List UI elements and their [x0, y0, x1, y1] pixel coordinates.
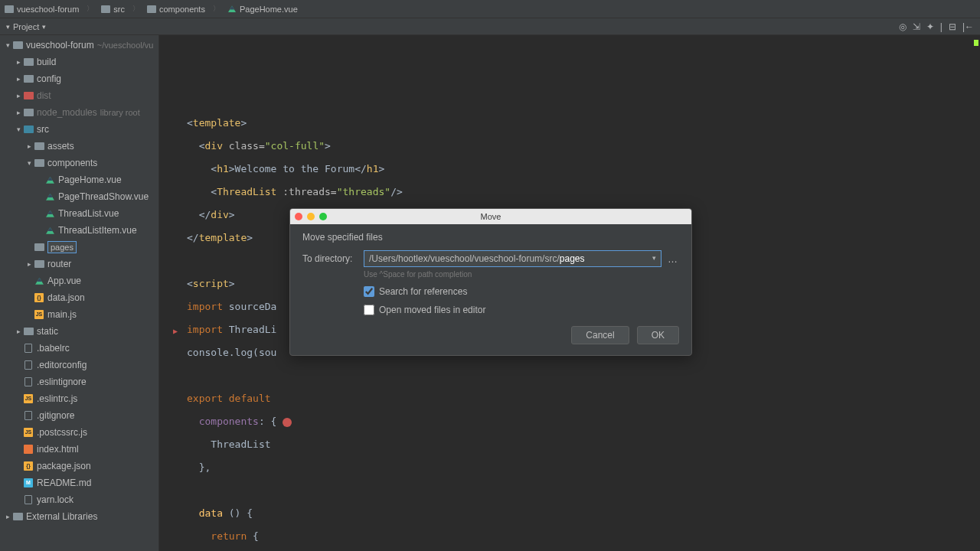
tree-item[interactable]: ▸assets [0, 138, 158, 155]
chevron-right-icon: 〉 [87, 4, 93, 14]
tree-arrow-icon[interactable]: ▾ [14, 126, 23, 133]
tree-item[interactable]: ▸router [0, 256, 158, 272]
tree-arrow-icon[interactable]: ▾ [24, 159, 34, 167]
checkbox-input[interactable] [364, 305, 374, 315]
tree-item[interactable]: ▸.babelrc [0, 340, 158, 357]
tree-arrow-icon[interactable]: ▸ [3, 513, 12, 520]
to-directory-label: To directory: [302, 253, 356, 264]
error-icon[interactable] [283, 418, 292, 427]
tree-item[interactable]: ▸PageThreadShow.vue [0, 188, 158, 205]
tree-item-label: src [37, 124, 49, 135]
tree-arrow-icon[interactable]: ▸ [14, 58, 23, 66]
tree-item[interactable]: ▸ThreadList.vue [0, 205, 158, 222]
tree-item[interactable]: ▸node_moduleslibrary root [0, 104, 158, 121]
to-directory-input[interactable]: /Users/hootlex/vueschool/vueschool-forum… [364, 250, 662, 267]
checkbox-input[interactable] [364, 286, 374, 297]
tree-arrow-icon[interactable]: ▸ [24, 260, 34, 268]
code-line[interactable]: ThreadList [187, 433, 980, 456]
tree-item-label: dist [37, 90, 51, 101]
breadcrumb-item[interactable]: src [101, 5, 125, 14]
tree-item-label: ThreadList.vue [58, 208, 119, 219]
code-line[interactable]: data () { [187, 502, 980, 525]
error-stripe-indicator [974, 40, 978, 46]
chevron-down-icon[interactable]: ▾ [6, 23, 10, 31]
tree-arrow-icon[interactable]: ▸ [24, 142, 34, 150]
dialog-titlebar[interactable]: Move [290, 209, 691, 224]
folder-icon [23, 326, 34, 337]
tree-item[interactable]: ▸build [0, 54, 158, 70]
tree-item-label: vueschool-forum [26, 40, 94, 51]
collapse-icon[interactable]: ⇲ [913, 21, 920, 32]
tree-item[interactable]: ▸JSmain.js [0, 306, 158, 323]
tree-item-label: pages [47, 242, 77, 253]
chevron-down-icon[interactable]: ▾ [652, 254, 656, 262]
tree-item[interactable]: ▸App.vue [0, 272, 158, 289]
code-line[interactable]: <template> [187, 112, 980, 135]
tree-arrow-icon[interactable]: ▾ [3, 41, 12, 49]
tree-item[interactable]: ▸yarn.lock [0, 491, 158, 508]
tree-item[interactable]: ▸dist [0, 87, 158, 104]
chevron-right-icon: 〉 [132, 4, 139, 14]
code-line[interactable]: components: { [187, 410, 980, 433]
code-line[interactable] [187, 479, 980, 502]
breadcrumb-item[interactable]: PageHome.vue [227, 5, 298, 14]
hide-icon[interactable]: ⊟ [949, 21, 956, 32]
target-icon[interactable]: ◎ [899, 21, 906, 32]
tree-arrow-icon[interactable]: ▸ [14, 92, 23, 99]
file-icon [23, 377, 34, 387]
json-icon: {} [23, 461, 34, 471]
tree-item[interactable]: ▸.eslintignore [0, 373, 158, 390]
breadcrumb-item[interactable]: components [147, 5, 205, 14]
tree-item[interactable]: ▸ThreadListItem.vue [0, 222, 158, 239]
code-line[interactable]: threads: Object.values(sourceData.thread… [187, 548, 980, 551]
chevron-down-icon[interactable]: ▾ [42, 23, 46, 31]
folder-icon [23, 73, 34, 84]
tree-item[interactable]: ▸JS.postcssrc.js [0, 424, 158, 441]
code-line[interactable] [187, 364, 980, 387]
tree-item[interactable]: ▸{}package.json [0, 458, 158, 474]
tree-item[interactable]: ▸{}data.json [0, 289, 158, 306]
tree-item[interactable]: ▸static [0, 323, 158, 340]
tree-item[interactable]: ▸.editorconfig [0, 357, 158, 373]
code-line[interactable]: <div class="col-full"> [187, 135, 980, 158]
tree-arrow-icon[interactable]: ▸ [14, 75, 23, 83]
folder-icon [34, 158, 44, 168]
code-line[interactable]: export default [187, 387, 980, 410]
tree-item[interactable]: ▸JS.eslintrc.js [0, 390, 158, 407]
tree-arrow-icon[interactable]: ▸ [14, 109, 23, 116]
tree-item-label: .gitignore [37, 410, 74, 421]
browse-button[interactable]: … [666, 253, 679, 265]
tree-item-label: static [37, 326, 58, 337]
code-line[interactable]: <ThreadList :threads="threads"/> [187, 181, 980, 204]
project-tree[interactable]: ▾vueschool-forum~/vueschool/vu▸build▸con… [0, 35, 159, 551]
breadcrumb-item[interactable]: vueschool-forum [5, 5, 79, 14]
arrow-left-icon[interactable]: |← [962, 21, 974, 32]
tree-item-label: PageHome.vue [58, 174, 122, 185]
tree-item[interactable]: ▸.gitignore [0, 407, 158, 424]
tree-item[interactable]: ▾components [0, 155, 158, 171]
tree-item-label: yarn.lock [37, 494, 74, 505]
tree-item-label: index.html [37, 444, 79, 455]
ok-button[interactable]: OK [637, 326, 679, 344]
open-moved-checkbox[interactable]: Open moved files in editor [364, 305, 679, 315]
tree-item-label: node_modules [37, 107, 97, 118]
tree-item[interactable]: ▸pages [0, 239, 158, 256]
tree-item[interactable]: ▾vueschool-forum~/vueschool/vu [0, 37, 158, 54]
code-line[interactable]: return { [187, 525, 980, 548]
tree-item[interactable]: ▸index.html [0, 441, 158, 458]
tree-item-label: data.json [47, 292, 85, 303]
tree-item[interactable]: ▸External Libraries [0, 508, 158, 525]
tree-item[interactable]: ▸PageHome.vue [0, 171, 158, 188]
cancel-button[interactable]: Cancel [571, 326, 629, 344]
search-references-checkbox[interactable]: Search for references [364, 286, 679, 297]
code-line[interactable]: <h1>Welcome to the Forum</h1> [187, 158, 980, 181]
tree-item[interactable]: ▸config [0, 70, 158, 87]
tree-arrow-icon[interactable]: ▸ [14, 328, 23, 335]
folder-icon [12, 40, 23, 51]
settings-icon[interactable]: ✦ [926, 21, 934, 32]
tree-item-label: router [47, 259, 71, 269]
html-icon [23, 444, 34, 455]
tree-item[interactable]: ▸MREADME.md [0, 474, 158, 491]
tree-item[interactable]: ▾src [0, 121, 158, 138]
code-line[interactable]: }, [187, 456, 980, 479]
